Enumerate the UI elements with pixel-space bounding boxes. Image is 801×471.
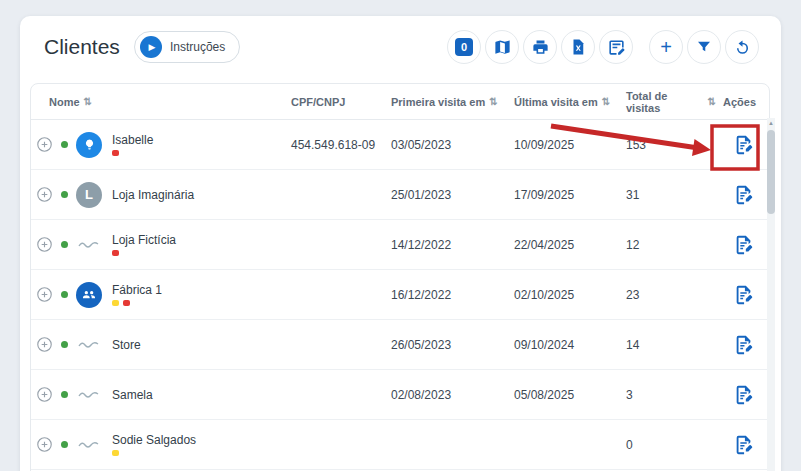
page-title: Clientes bbox=[44, 35, 120, 59]
column-header-nome[interactable]: Nome ⇅ bbox=[31, 96, 281, 108]
last-visit-cell: 05/08/2025 bbox=[509, 388, 621, 402]
name-cell: Loja Fictícia bbox=[31, 232, 281, 258]
first-visit-cell: 26/05/2023 bbox=[386, 338, 509, 352]
edit-document-icon bbox=[733, 134, 755, 156]
first-visit-cell: 25/01/2023 bbox=[386, 188, 509, 202]
table-row: Sodie Salgados 0 bbox=[31, 420, 769, 470]
refresh-icon[interactable] bbox=[725, 30, 759, 64]
expand-row-button[interactable] bbox=[33, 234, 55, 256]
client-name: Loja Fictícia bbox=[112, 233, 176, 247]
edit-visit-button[interactable] bbox=[727, 428, 761, 462]
edit-document-icon bbox=[733, 334, 755, 356]
column-label: Ações bbox=[723, 96, 756, 108]
expand-row-button[interactable] bbox=[33, 284, 55, 306]
column-header-total-visitas[interactable]: Total de visitas ⇅ bbox=[621, 90, 716, 114]
tag-red bbox=[112, 150, 119, 156]
tiny-logo bbox=[78, 340, 100, 350]
print-icon[interactable] bbox=[523, 30, 557, 64]
tiny-logo bbox=[78, 440, 100, 450]
expand-row-button[interactable] bbox=[33, 334, 55, 356]
vertical-scrollbar[interactable]: ▲ bbox=[767, 118, 775, 471]
name-cell: Sodie Salgados bbox=[31, 432, 281, 458]
scroll-up-icon[interactable]: ▲ bbox=[767, 118, 775, 128]
total-visits-cell: 14 bbox=[621, 338, 716, 352]
table-row: Loja Fictícia 14/12/2022 22/04/2025 12 bbox=[31, 220, 769, 270]
group-icon bbox=[81, 287, 97, 303]
client-name: Isabelle bbox=[112, 133, 153, 147]
total-visits-cell: 12 bbox=[621, 238, 716, 252]
client-name: Sodie Salgados bbox=[112, 433, 196, 447]
client-tags bbox=[112, 150, 153, 156]
first-visit-cell: 16/12/2022 bbox=[386, 288, 509, 302]
clients-table: Nome ⇅ CPF/CNPJ Primeira visita em ⇅ Últ… bbox=[30, 83, 770, 471]
counter-zero-icon[interactable]: 0 bbox=[447, 30, 481, 64]
total-visits-cell: 23 bbox=[621, 288, 716, 302]
scrollbar-thumb[interactable] bbox=[767, 130, 775, 214]
edit-visit-button[interactable] bbox=[727, 328, 761, 362]
edit-document-icon bbox=[733, 284, 755, 306]
column-header-primeira-visita[interactable]: Primeira visita em ⇅ bbox=[386, 96, 509, 108]
first-visit-cell: 02/08/2023 bbox=[386, 388, 509, 402]
name-cell: Isabelle bbox=[31, 132, 281, 158]
client-avatar bbox=[76, 232, 102, 258]
expand-row-button[interactable] bbox=[33, 384, 55, 406]
total-visits-cell: 3 bbox=[621, 388, 716, 402]
edit-visit-button[interactable] bbox=[727, 378, 761, 412]
status-dot bbox=[61, 291, 68, 298]
edit-document-icon bbox=[733, 384, 755, 406]
add-client-icon[interactable]: + bbox=[649, 30, 683, 64]
last-visit-cell: 10/09/2025 bbox=[509, 138, 621, 152]
table-row: Isabelle 454.549.618-09 03/05/2023 10/09… bbox=[31, 120, 769, 170]
client-tags bbox=[112, 250, 176, 256]
sort-icon[interactable]: ⇅ bbox=[84, 96, 92, 107]
column-label: Nome bbox=[49, 96, 80, 108]
column-header-acoes: Ações bbox=[716, 96, 770, 108]
edit-visit-button[interactable] bbox=[727, 278, 761, 312]
cpf-cell: 454.549.618-09 bbox=[281, 138, 386, 152]
last-visit-cell: 17/09/2025 bbox=[509, 188, 621, 202]
column-label: CPF/CNPJ bbox=[291, 96, 345, 108]
edit-document-icon bbox=[733, 184, 755, 206]
filter-icon[interactable] bbox=[687, 30, 721, 64]
column-header-ultima-visita[interactable]: Última visita em ⇅ bbox=[509, 96, 621, 108]
client-avatar bbox=[76, 432, 102, 458]
edit-document-icon bbox=[733, 234, 755, 256]
toolbar: 0 + bbox=[447, 30, 765, 64]
name-cell: Fábrica 1 bbox=[31, 282, 281, 308]
total-visits-cell: 153 bbox=[621, 138, 716, 152]
instructions-label: Instruções bbox=[170, 40, 225, 54]
edit-visit-button[interactable] bbox=[727, 178, 761, 212]
excel-export-icon[interactable] bbox=[561, 30, 595, 64]
sort-icon[interactable]: ⇅ bbox=[489, 96, 497, 107]
form-edit-icon[interactable] bbox=[599, 30, 633, 64]
zero-badge: 0 bbox=[455, 38, 473, 56]
tag-red bbox=[112, 250, 119, 256]
edit-visit-button[interactable] bbox=[727, 228, 761, 262]
tiny-logo bbox=[78, 240, 100, 250]
column-label: Primeira visita em bbox=[391, 96, 485, 108]
map-icon[interactable] bbox=[485, 30, 519, 64]
first-visit-cell: 14/12/2022 bbox=[386, 238, 509, 252]
table-row: L Loja Imaginária 25/01/2023 17/09/2025 … bbox=[31, 170, 769, 220]
expand-row-button[interactable] bbox=[33, 434, 55, 456]
client-avatar: L bbox=[76, 182, 102, 208]
status-dot bbox=[61, 141, 68, 148]
play-icon: ▶ bbox=[140, 36, 162, 58]
client-name: Store bbox=[112, 338, 141, 352]
status-dot bbox=[61, 191, 68, 198]
expand-row-button[interactable] bbox=[33, 184, 55, 206]
column-label: Última visita em bbox=[514, 96, 598, 108]
table-row: Fábrica 1 16/12/2022 02/10/2025 23 bbox=[31, 270, 769, 320]
sort-icon[interactable]: ⇅ bbox=[708, 96, 716, 107]
edit-document-icon bbox=[733, 434, 755, 456]
expand-row-button[interactable] bbox=[33, 134, 55, 156]
status-dot bbox=[61, 441, 68, 448]
edit-visit-button[interactable] bbox=[727, 128, 761, 162]
instructions-button[interactable]: ▶ Instruções bbox=[134, 31, 240, 63]
status-dot bbox=[61, 341, 68, 348]
client-tags bbox=[112, 450, 196, 456]
sort-icon[interactable]: ⇅ bbox=[602, 96, 610, 107]
status-dot bbox=[61, 241, 68, 248]
client-name: Samela bbox=[112, 388, 153, 402]
table-row: Store 26/05/2023 09/10/2024 14 bbox=[31, 320, 769, 370]
